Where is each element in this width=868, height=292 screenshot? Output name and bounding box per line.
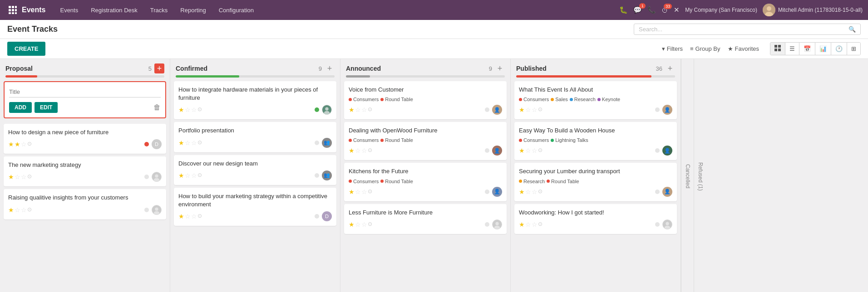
phone-icon[interactable]: 📞 bbox=[647, 6, 656, 14]
column-count: 9 bbox=[489, 65, 492, 72]
kanban-card[interactable]: Discover our new design team ★☆☆⊙ 👥 bbox=[174, 155, 336, 185]
timer-badge: 33 bbox=[664, 4, 672, 9]
kanban-card[interactable]: How to integrate hardware materials in y… bbox=[174, 81, 336, 119]
avatar bbox=[662, 219, 672, 229]
edit-button[interactable]: EDIT bbox=[35, 102, 58, 113]
card-footer: ★☆☆⊙ 👤 bbox=[349, 146, 502, 156]
tag: Round Table bbox=[380, 97, 413, 102]
side-column-refused[interactable]: Refused (1) bbox=[694, 59, 706, 292]
card-title: Less Furniture is More Furniture bbox=[349, 209, 502, 217]
column-add-btn[interactable]: + bbox=[495, 63, 505, 73]
nav-registration[interactable]: Registration Desk bbox=[85, 4, 143, 16]
user-name: Mitchell Admin (11783018-15-0-all) bbox=[778, 7, 863, 13]
table-view-btn[interactable]: ⊞ bbox=[847, 43, 860, 55]
status-dot bbox=[485, 222, 489, 227]
column-add-btn[interactable]: + bbox=[325, 63, 335, 73]
column-progress bbox=[5, 75, 164, 78]
tag: Sales bbox=[551, 97, 568, 102]
card-footer-right bbox=[144, 205, 162, 215]
nav-events[interactable]: Events bbox=[54, 4, 84, 16]
clock-view-btn[interactable]: 🕐 bbox=[831, 43, 847, 55]
groupby-icon: ≡ bbox=[690, 45, 694, 52]
svg-point-24 bbox=[666, 222, 669, 225]
chat-icon[interactable]: 💬 1 bbox=[633, 6, 642, 14]
kanban-card[interactable]: Easy Way To Build a Wooden House Consume… bbox=[514, 122, 677, 160]
app-grid-icon[interactable] bbox=[5, 3, 20, 17]
groupby-action[interactable]: ≡ Group By bbox=[690, 45, 720, 52]
card-title: How to integrate hardware materials in y… bbox=[178, 86, 332, 102]
card-footer: ★☆☆⊙ 👤 bbox=[349, 105, 502, 115]
search-box[interactable]: Search... 🔍 bbox=[634, 24, 861, 35]
svg-rect-4 bbox=[12, 9, 14, 11]
kanban-view-btn[interactable] bbox=[770, 43, 785, 55]
form-actions: ADD EDIT 🗑 bbox=[9, 102, 161, 113]
svg-rect-14 bbox=[774, 49, 777, 51]
kanban-card[interactable]: Portfolio presentation ★☆☆⊙ 👥 bbox=[174, 122, 336, 152]
status-dot bbox=[315, 173, 319, 178]
status-dot bbox=[144, 208, 149, 212]
trash-icon[interactable]: 🗑 bbox=[153, 103, 161, 112]
kanban-board: Proposal 5 + ADD EDIT 🗑 How to design a … bbox=[0, 59, 868, 292]
kanban-card[interactable]: How to build your marketing strategy wit… bbox=[174, 188, 336, 226]
card-title: What This Event Is All About bbox=[519, 86, 672, 94]
status-dot bbox=[144, 142, 149, 146]
kanban-card[interactable]: Less Furniture is More Furniture ★☆☆⊙ bbox=[344, 204, 507, 234]
graph-view-btn[interactable]: 📊 bbox=[815, 43, 831, 55]
kanban-card[interactable]: Dealing with OpenWood Furniture Consumer… bbox=[344, 122, 507, 160]
nav-configuration[interactable]: Configuration bbox=[213, 4, 259, 16]
card-footer-right bbox=[485, 219, 502, 229]
star-rating: ★☆☆⊙ bbox=[349, 188, 372, 195]
kanban-card[interactable]: How to design a new piece of furniture ★… bbox=[4, 124, 166, 154]
card-footer: ★☆☆⊙ 👥 bbox=[178, 138, 332, 148]
card-tags: Consumers Sales Research Keynote bbox=[519, 97, 672, 102]
favorites-action[interactable]: ★ Favorites bbox=[728, 45, 759, 52]
side-column-cancelled[interactable]: Cancelled bbox=[681, 59, 694, 292]
kanban-card[interactable]: Kitchens for the Future Consumers Round … bbox=[344, 163, 507, 201]
list-view-btn[interactable]: ☰ bbox=[785, 43, 799, 55]
timer-icon[interactable]: ⏱ 33 bbox=[661, 6, 668, 14]
add-button[interactable]: ADD bbox=[9, 102, 32, 113]
close-icon[interactable]: ✕ bbox=[674, 6, 680, 14]
card-title: Woodworking: How I got started! bbox=[519, 209, 672, 217]
column-add-btn[interactable]: + bbox=[665, 63, 675, 73]
calendar-view-btn[interactable]: 📅 bbox=[799, 43, 815, 55]
svg-point-20 bbox=[325, 107, 328, 111]
star-rating: ★☆☆⊙ bbox=[519, 147, 542, 154]
column-title: Proposal bbox=[5, 65, 146, 72]
new-card-title-input[interactable] bbox=[9, 87, 161, 97]
user-info[interactable]: Mitchell Admin (11783018-15-0-all) bbox=[763, 4, 863, 16]
card-tags: Consumers Round Table bbox=[349, 97, 502, 102]
bug-icon[interactable]: 🐛 bbox=[619, 6, 628, 14]
svg-rect-1 bbox=[12, 6, 14, 8]
star-rating: ★☆☆⊙ bbox=[178, 139, 202, 146]
svg-point-18 bbox=[155, 207, 158, 210]
column-progress bbox=[176, 75, 335, 78]
kanban-card[interactable]: Woodworking: How I got started! ★☆☆⊙ bbox=[514, 204, 677, 234]
kanban-card[interactable]: What This Event Is All About Consumers S… bbox=[514, 81, 677, 119]
card-footer-right bbox=[144, 172, 162, 182]
create-button[interactable]: CREATE bbox=[7, 42, 45, 56]
card-footer-right: 👤 bbox=[655, 146, 672, 156]
filter-icon: ▾ bbox=[662, 45, 665, 52]
nav-tracks[interactable]: Tracks bbox=[145, 4, 173, 16]
card-title: Raising qualitive insights from your cus… bbox=[8, 194, 162, 202]
kanban-card[interactable]: Voice from Customer Consumers Round Tabl… bbox=[344, 81, 507, 119]
company-name: My Company (San Francisco) bbox=[685, 7, 757, 13]
page-title: Event Tracks bbox=[7, 24, 628, 34]
view-switcher: ☰ 📅 📊 🕐 ⊞ bbox=[770, 42, 861, 55]
kanban-card[interactable]: Securing your Lumber during transport Re… bbox=[514, 163, 677, 201]
card-tags: Consumers Round Table bbox=[349, 179, 502, 184]
column-count: 36 bbox=[656, 65, 662, 72]
filters-action[interactable]: ▾ Filters bbox=[662, 45, 683, 52]
nav-reporting[interactable]: Reporting bbox=[175, 4, 211, 16]
kanban-card[interactable]: The new marketing strategy ★☆☆⊙ bbox=[4, 156, 166, 186]
column-add-btn[interactable]: + bbox=[154, 63, 164, 73]
tag: Lightning Talks bbox=[551, 137, 588, 143]
kanban-card[interactable]: Raising qualitive insights from your cus… bbox=[4, 189, 166, 219]
tag: Consumers bbox=[519, 137, 549, 143]
card-footer-right: D bbox=[144, 139, 162, 149]
avatar: 👤 bbox=[662, 146, 672, 156]
card-footer-right: 👥 bbox=[315, 138, 332, 148]
card-footer: ★☆☆⊙ 👥 bbox=[178, 170, 332, 180]
search-icon[interactable]: 🔍 bbox=[848, 26, 856, 33]
